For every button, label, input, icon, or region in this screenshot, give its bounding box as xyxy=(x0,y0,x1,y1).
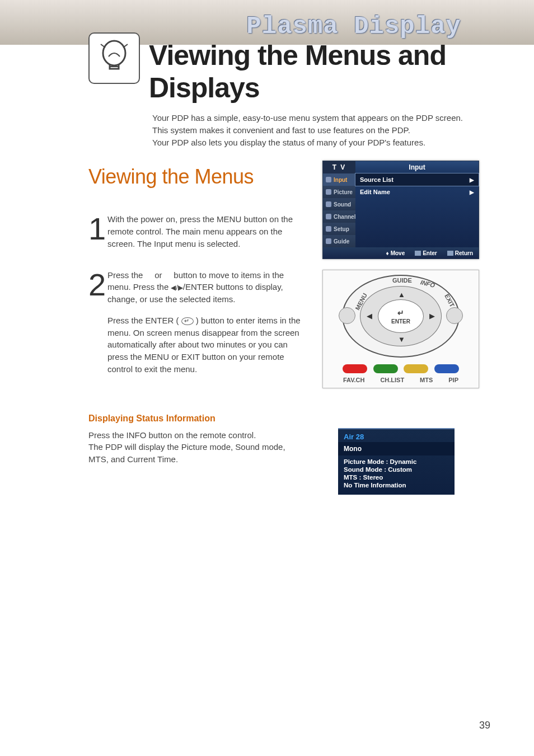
osd-side-label: Channel xyxy=(334,214,355,220)
guide-icon xyxy=(326,238,331,244)
return-icon xyxy=(447,251,453,256)
status-heading: Displaying Status Information xyxy=(88,414,534,424)
osd-footer-return: Return xyxy=(447,250,473,256)
header-banner: Plasma Display xyxy=(0,0,534,45)
left-right-arrows: ◀/▶ xyxy=(171,284,182,291)
osd-side-label: Guide xyxy=(334,238,349,245)
product-line-text: Plasma Display xyxy=(246,12,461,40)
osd-side-label: Sound xyxy=(334,201,351,208)
enter-icon xyxy=(415,251,421,256)
page-number: 39 xyxy=(479,720,490,731)
remote-enter-button: ↵ ENTER xyxy=(378,299,424,333)
osd-row-label: Edit Name xyxy=(360,189,390,195)
setup-icon xyxy=(326,226,331,232)
osd-side-channel: Channel xyxy=(323,210,355,223)
right-arrow-icon: ▶ xyxy=(470,177,474,183)
yellow-button xyxy=(404,364,428,373)
remote-enter-label: ENTER xyxy=(391,318,410,325)
status-channel: Air 28 xyxy=(338,429,455,442)
page-title: Viewing the Menus and Displays xyxy=(149,39,534,104)
enter-oval-icon xyxy=(181,317,194,325)
green-button xyxy=(373,364,398,373)
input-icon xyxy=(326,177,331,182)
osd-row-source-list: Source List ▶ xyxy=(355,173,479,186)
status-sound-mode: Sound Mode : Custom xyxy=(338,466,455,473)
osd-tv-label: T V xyxy=(323,161,355,173)
remote-color-buttons xyxy=(323,364,479,373)
up-arrow-icon: ▲ xyxy=(398,290,405,299)
remote-mts-label: MTS xyxy=(420,377,433,383)
step-text: Press the or button to move to items in … xyxy=(107,269,309,375)
red-button xyxy=(343,364,367,373)
osd-side-setup: Setup xyxy=(323,223,355,235)
step-text: With the power on, press the MENU button… xyxy=(107,213,309,250)
remote-guide-label: GUIDE xyxy=(392,277,412,284)
remote-exit-button xyxy=(446,307,463,324)
osd-menu-figure: T V Input Input Picture Sound Channel Se… xyxy=(322,161,479,259)
remote-favch-label: FAV.CH xyxy=(343,377,365,383)
status-mts: MTS : Stereo xyxy=(338,473,455,481)
right-arrow-icon: ▶ xyxy=(470,189,474,195)
remote-bottom-labels: FAV.CH CH.LIST MTS PIP xyxy=(323,377,479,383)
title-row: Viewing the Menus and Displays xyxy=(0,44,534,104)
status-line: The PDP will display the Picture mode, S… xyxy=(88,441,301,453)
remote-control-figure: ↵ ENTER GUIDE INFO MENU EXIT ▲ ▼ ◀ ▶ FAV… xyxy=(322,270,479,388)
osd-side-sound: Sound xyxy=(323,198,355,210)
bulb-icon-box xyxy=(88,32,140,84)
osd-sidebar: Input Picture Sound Channel Setup Guide xyxy=(323,173,355,247)
step-number: 2 xyxy=(88,273,107,298)
osd-side-guide: Guide xyxy=(323,235,355,247)
osd-row-label: Source List xyxy=(360,176,394,183)
status-time: No Time Information xyxy=(338,481,455,489)
osd-side-input: Input xyxy=(323,173,355,186)
step2-text: Press the ENTER ( xyxy=(107,316,181,325)
down-arrow-icon: ▼ xyxy=(398,335,405,344)
osd-footer: ♦Move Enter Return xyxy=(323,247,479,259)
osd-side-label: Setup xyxy=(334,226,349,232)
status-mono: Mono xyxy=(338,442,455,456)
intro-line: This system makes it convenient and fast… xyxy=(152,124,534,137)
step-number: 1 xyxy=(88,217,107,242)
osd-title: Input xyxy=(355,161,479,173)
picture-icon xyxy=(326,189,331,195)
move-icon: ♦ xyxy=(386,250,389,256)
osd-footer-move: ♦Move xyxy=(386,250,405,256)
lightbulb-icon xyxy=(97,39,131,78)
blue-button xyxy=(434,364,459,373)
right-arrow-icon: ▶ xyxy=(429,312,435,320)
intro-line: Your PDP has a simple, easy-to-use menu … xyxy=(152,112,534,124)
remote-chlist-label: CH.LIST xyxy=(380,377,404,383)
intro-text: Your PDP has a simple, easy-to-use menu … xyxy=(152,112,534,148)
osd-side-label: Input xyxy=(334,177,347,183)
channel-icon xyxy=(326,214,331,219)
sound-icon xyxy=(326,201,331,207)
status-line: Press the INFO button on the remote cont… xyxy=(88,429,301,442)
status-line: MTS, and Current Time. xyxy=(88,453,301,466)
left-arrow-icon: ◀ xyxy=(367,312,372,320)
remote-menu-button xyxy=(339,307,355,324)
osd-main-panel: Source List ▶ Edit Name ▶ xyxy=(355,173,479,247)
intro-line: Your PDP also lets you display the statu… xyxy=(152,137,534,149)
enter-symbol-icon: ↵ xyxy=(397,308,404,317)
status-text: Press the INFO button on the remote cont… xyxy=(88,429,301,466)
osd-side-label: Picture xyxy=(334,189,353,195)
osd-side-picture: Picture xyxy=(323,186,355,198)
remote-pip-label: PIP xyxy=(448,377,458,383)
status-osd-figure: Air 28 Mono Picture Mode : Dynamic Sound… xyxy=(338,428,455,495)
osd-footer-enter: Enter xyxy=(415,250,437,256)
osd-row-edit-name: Edit Name ▶ xyxy=(355,186,479,198)
status-picture-mode: Picture Mode : Dynamic xyxy=(338,458,455,466)
